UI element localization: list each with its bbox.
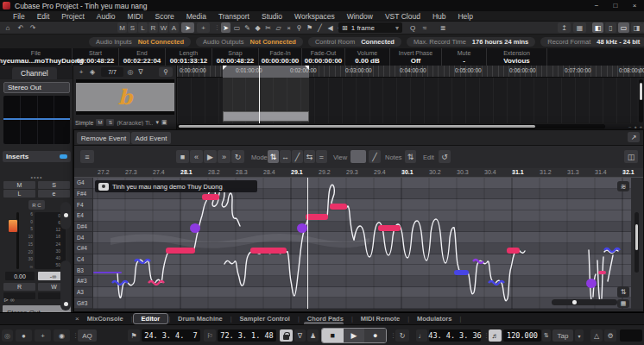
export-icon[interactable]: ↥ bbox=[558, 22, 571, 33]
chevron-down-icon[interactable]: ▾ bbox=[575, 329, 584, 342]
scrollbar-thumb[interactable] bbox=[640, 83, 642, 100]
grid-move-icon[interactable]: + bbox=[197, 22, 210, 33]
transport-corner-icon[interactable]: ◎ bbox=[2, 329, 13, 342]
scrollbar-thumb[interactable] bbox=[179, 125, 535, 128]
view-curve-button[interactable]: ╱ bbox=[369, 150, 381, 163]
info-field[interactable]: End 00:02:22:04 bbox=[119, 48, 166, 66]
right-locator-flag-icon[interactable]: ⚐ bbox=[204, 329, 216, 342]
racks-button[interactable]: R C bbox=[28, 200, 45, 210]
tempo-track-icon[interactable]: ♬ bbox=[489, 329, 502, 342]
maximize-button[interactable]: □ bbox=[606, 0, 625, 11]
info-field[interactable]: File Tinhyeumau...moThuyDuong bbox=[0, 48, 73, 66]
zoom-out-icon[interactable]: − bbox=[628, 124, 632, 129]
editor-rewind-button[interactable]: « bbox=[190, 150, 203, 163]
status-pill[interactable]: Max. Record Time 176 hours 24 mins bbox=[407, 37, 535, 47]
editor-zoom-slider[interactable] bbox=[552, 299, 617, 305]
lower-zone-tab[interactable]: Drum Machine bbox=[170, 314, 230, 323]
metronome-icon[interactable]: △ bbox=[590, 329, 603, 342]
info-field[interactable]: Volume 0.00 dB bbox=[345, 48, 390, 66]
stop-button[interactable]: ■ bbox=[322, 329, 344, 342]
grid-box-icon[interactable]: ▣ bbox=[161, 119, 167, 126]
editor-bar-ruler[interactable]: 27.227.327.428.128.228.328.429.129.229.3… bbox=[74, 168, 643, 178]
range-tool-icon[interactable]: ▭ bbox=[232, 22, 242, 33]
channel-visibility-button[interactable]: S bbox=[128, 22, 137, 33]
status-pill[interactable]: Audio Inputs Not Connected bbox=[89, 37, 191, 47]
ruler-filter-icon[interactable]: Y bbox=[635, 66, 643, 76]
count-in-field[interactable] bbox=[620, 329, 642, 342]
lower-zone-tab[interactable]: MIDI Remote bbox=[353, 314, 407, 323]
status-pill[interactable]: Record Format 48 kHz - 24 bit bbox=[540, 37, 644, 47]
redo-icon[interactable]: ↷ bbox=[28, 22, 38, 33]
editor-cycle-button[interactable]: ↻ bbox=[231, 150, 244, 163]
pitch-vertical-mode[interactable]: ⇅ bbox=[268, 150, 279, 163]
cycle-mode-button[interactable]: ◉ bbox=[54, 329, 70, 342]
primary-time-display[interactable]: 43. 4. 3. 36 bbox=[429, 329, 481, 342]
listen-button[interactable]: L bbox=[3, 190, 35, 198]
info-field[interactable]: Extension Vovious bbox=[487, 48, 547, 66]
right-locator-value[interactable]: 72. 3. 1. 48 bbox=[218, 329, 276, 342]
smart-controls-icon[interactable]: ≋ bbox=[617, 181, 629, 191]
video-track-thumbnail[interactable]: b bbox=[76, 79, 174, 115]
track-preset-icon[interactable]: ◈ bbox=[88, 67, 97, 77]
edit-channel-button[interactable]: e bbox=[38, 190, 70, 198]
grid-type-selector[interactable]: ⊞ 1 frame ▾ bbox=[338, 22, 402, 33]
read-automation-button[interactable]: R bbox=[3, 283, 35, 291]
editor-menu-icon[interactable]: ≡ bbox=[80, 150, 94, 163]
video-event-block[interactable] bbox=[223, 111, 309, 122]
inspector-zone-toggle[interactable]: ▯ bbox=[605, 22, 616, 33]
info-field[interactable]: Invert Phase Off bbox=[390, 48, 442, 66]
editor-stop-button[interactable]: ■ bbox=[176, 150, 189, 163]
event-title-chip[interactable]: Tinh yeu mau nang demo Thuy Duong bbox=[95, 180, 257, 192]
pitch-snap-slider[interactable] bbox=[60, 202, 71, 229]
channel-output-field[interactable]: Stereo Out bbox=[3, 82, 70, 93]
lower-zone-tab[interactable]: Modulators bbox=[409, 314, 459, 323]
info-field[interactable]: Start 00:00:48:22 bbox=[73, 48, 119, 66]
mute-tool-icon[interactable]: × bbox=[284, 22, 294, 33]
playhead[interactable] bbox=[259, 66, 260, 123]
left-zone-toggle[interactable]: ◧ bbox=[592, 22, 603, 33]
line-tool-icon[interactable]: ╱ bbox=[315, 22, 325, 33]
lower-zone-tab[interactable]: MixConsole bbox=[79, 314, 131, 323]
open-in-window-icon[interactable]: ↗ bbox=[628, 132, 640, 142]
info-field[interactable]: Fade-Out 00:00:00:00 bbox=[302, 48, 345, 66]
info-field[interactable]: Fade-In 00:00:00:00 bbox=[259, 48, 302, 66]
iterative-quantize-icon[interactable]: ≈ bbox=[420, 22, 430, 33]
inserts-section-header[interactable]: Inserts bbox=[3, 151, 71, 162]
drag-handle[interactable]: •••• bbox=[0, 174, 73, 180]
menu-item[interactable]: Workspaces bbox=[288, 12, 341, 21]
channel-visibility-button[interactable]: L bbox=[138, 22, 148, 33]
auto-quantize-button[interactable]: AQ bbox=[78, 329, 97, 342]
pitch-keyboard-strip[interactable]: G4F#4F4E4D#4D4C#4C4B3A#3A3G#3 bbox=[74, 178, 93, 309]
close-button[interactable]: × bbox=[625, 0, 644, 11]
fader-level-value[interactable]: 0.00 bbox=[5, 272, 35, 280]
zoom-in-icon[interactable]: + bbox=[639, 124, 642, 129]
hub-icon[interactable]: ⌂ bbox=[3, 22, 13, 33]
horizontal-scrollbar[interactable] bbox=[177, 124, 605, 129]
onscreen-keyboard-icon[interactable]: ▦ bbox=[573, 22, 586, 33]
punch-lock-button[interactable] bbox=[280, 329, 293, 342]
scrollbar-thumb[interactable] bbox=[635, 224, 638, 250]
play-tool-icon[interactable]: ◀ bbox=[325, 22, 335, 33]
pitch-range-mode[interactable]: ⇆ bbox=[304, 150, 315, 163]
pitch-level-mode[interactable]: = bbox=[316, 150, 327, 163]
filter-icon[interactable]: ∇ bbox=[136, 67, 145, 77]
status-pill[interactable]: Control Room Connected bbox=[308, 37, 401, 47]
lower-zone-toggle[interactable]: ▭ bbox=[618, 22, 629, 33]
left-locator-flag-icon[interactable]: ⚑ bbox=[128, 329, 140, 342]
keyboard-toggle-icon[interactable]: ▦ bbox=[617, 299, 629, 308]
remove-event-button[interactable]: Remove Event bbox=[77, 132, 130, 144]
menu-item[interactable]: Studio bbox=[256, 12, 288, 21]
channel-visibility-button[interactable]: M bbox=[117, 22, 127, 33]
performer-icon[interactable]: ♟ bbox=[307, 329, 319, 342]
record-mode-button[interactable]: ● bbox=[16, 329, 32, 342]
lower-zone-tab[interactable]: Editor bbox=[133, 313, 169, 324]
color-tool-icon[interactable]: ⚑ bbox=[305, 22, 314, 33]
vertical-scrollbar[interactable] bbox=[639, 79, 643, 122]
menu-item[interactable]: Window bbox=[341, 12, 379, 21]
info-field[interactable]: Snap 00:00:48:22 bbox=[212, 48, 259, 66]
editor-vertical-scrollbar[interactable] bbox=[635, 212, 639, 273]
gear-icon[interactable]: ⚙ bbox=[604, 329, 616, 342]
menu-item[interactable]: Project bbox=[55, 12, 90, 21]
left-locator-value[interactable]: 24. 3. 4. 7 bbox=[142, 329, 200, 342]
channel-visibility-button[interactable]: W bbox=[159, 22, 168, 33]
